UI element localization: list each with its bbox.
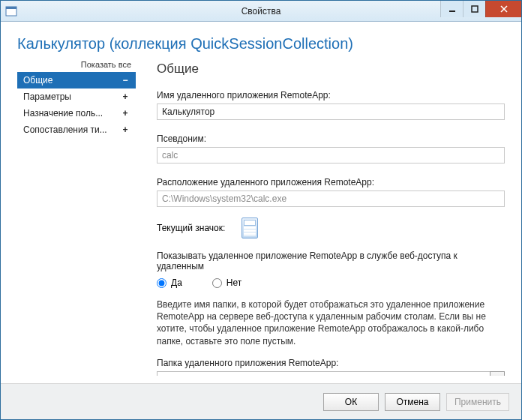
svg-rect-2 xyxy=(449,10,455,12)
section-heading: Общие xyxy=(157,62,505,76)
radio-no-label: Нет xyxy=(226,278,242,288)
ok-button[interactable]: ОК xyxy=(323,393,379,411)
body: Калькулятор (коллекция QuickSessionColle… xyxy=(1,22,521,419)
main-panel: Общие Имя удаленного приложения RemoteAp… xyxy=(136,58,505,376)
window-controls xyxy=(440,1,521,21)
folder-label: Папка удаленного приложения RemoteApp: xyxy=(157,358,505,368)
current-icon-label: Текущий значок: xyxy=(157,223,225,233)
alias-label: Псевдоним: xyxy=(157,134,505,144)
maximize-button[interactable] xyxy=(463,1,485,17)
sidebar-item-associations[interactable]: Сопоставления ти... + xyxy=(17,122,136,138)
expand-icon: + xyxy=(121,124,130,135)
location-input xyxy=(157,190,505,207)
sidebar-item-label: Параметры xyxy=(23,92,71,102)
show-in-web-label: Показывать удаленное приложение RemoteAp… xyxy=(157,250,505,272)
app-icon xyxy=(5,5,17,17)
folder-combo[interactable] xyxy=(157,371,505,376)
radio-yes-input[interactable] xyxy=(157,278,166,288)
sidebar-item-parameters[interactable]: Параметры + xyxy=(17,88,136,105)
collapse-icon: − xyxy=(121,75,130,86)
page-title: Калькулятор (коллекция QuickSessionColle… xyxy=(17,35,505,52)
cancel-button[interactable]: Отмена xyxy=(385,393,440,411)
radio-yes[interactable]: Да xyxy=(157,278,182,288)
alias-input xyxy=(157,147,505,164)
folder-input[interactable] xyxy=(157,371,490,376)
expand-icon: + xyxy=(121,92,130,102)
radio-no[interactable]: Нет xyxy=(212,278,242,288)
apply-button: Применить xyxy=(446,393,509,411)
sidebar-item-label: Сопоставления ти... xyxy=(23,124,107,135)
svg-rect-1 xyxy=(6,7,16,9)
sidebar-item-label: Назначение поль... xyxy=(23,108,103,118)
expand-icon: + xyxy=(121,108,130,118)
radio-yes-label: Да xyxy=(171,278,182,288)
close-button[interactable] xyxy=(485,1,521,17)
folder-help-text: Введите имя папки, в которой будет отобр… xyxy=(157,298,487,347)
sidebar-item-label: Общие xyxy=(23,75,52,86)
location-label: Расположение удаленного приложения Remot… xyxy=(157,177,505,188)
show-all-link[interactable]: Показать все xyxy=(17,58,136,72)
radio-no-input[interactable] xyxy=(212,278,222,288)
name-input[interactable] xyxy=(157,104,505,120)
folder-dropdown-button[interactable] xyxy=(490,371,505,376)
sidebar: Показать все Общие − Параметры + Назначе… xyxy=(17,58,136,376)
show-radio-group: Да Нет xyxy=(157,278,505,288)
calculator-icon[interactable] xyxy=(242,218,258,238)
sidebar-item-general[interactable]: Общие − xyxy=(17,72,136,88)
name-label: Имя удаленного приложения RemoteApp: xyxy=(157,90,505,100)
properties-window: Свойства Калькулятор (коллекция QuickSes… xyxy=(0,0,522,420)
dialog-footer: ОК Отмена Применить xyxy=(1,383,521,419)
titlebar[interactable]: Свойства xyxy=(1,1,521,22)
sidebar-item-assignment[interactable]: Назначение поль... + xyxy=(17,105,136,122)
svg-rect-3 xyxy=(472,6,478,12)
minimize-button[interactable] xyxy=(440,1,463,17)
